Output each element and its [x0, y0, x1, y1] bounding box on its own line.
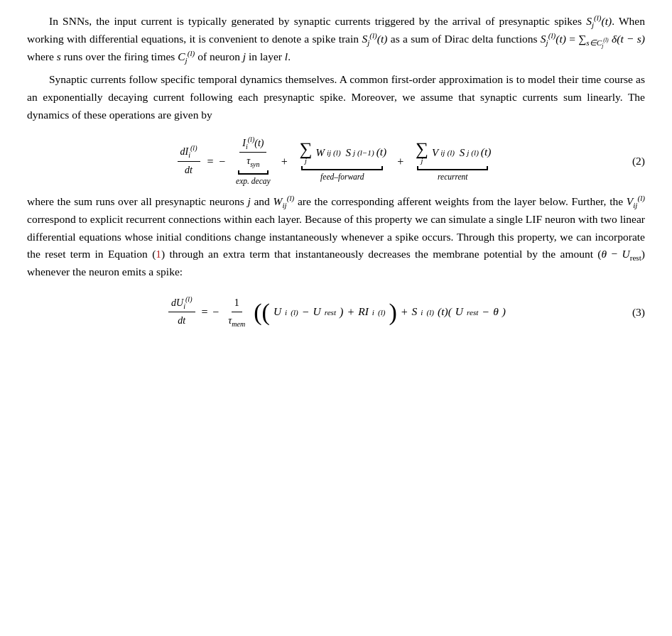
paragraph-3: where the sum runs over all presynaptic … [27, 193, 645, 281]
eq1-ref[interactable]: 1 [156, 248, 161, 260]
paragraph-1: In SNNs, the input current is typically … [27, 13, 645, 65]
main-content: In SNNs, the input current is typically … [27, 13, 645, 329]
paragraph-2: Synaptic currents follow specific tempor… [27, 71, 645, 124]
eq2-number: (2) [632, 153, 645, 170]
equation-2: dIi(l) dt = − Ii(l)(t) τsyn exp. decay [27, 136, 645, 187]
feed-forward-label: feed–forward [320, 170, 364, 183]
recurrent-label: recurrent [438, 170, 468, 183]
eq2-content: dIi(l) dt = − Ii(l)(t) τsyn exp. decay [175, 136, 497, 187]
eq3-number: (3) [632, 303, 645, 321]
equation-3: dUi(l) dt = − 1 τmem (( Ui(l) − Urest ) … [27, 295, 645, 329]
exp-decay-label: exp. decay [236, 175, 271, 187]
eq3-content: dUi(l) dt = − 1 τmem (( Ui(l) − Urest ) … [166, 295, 506, 329]
